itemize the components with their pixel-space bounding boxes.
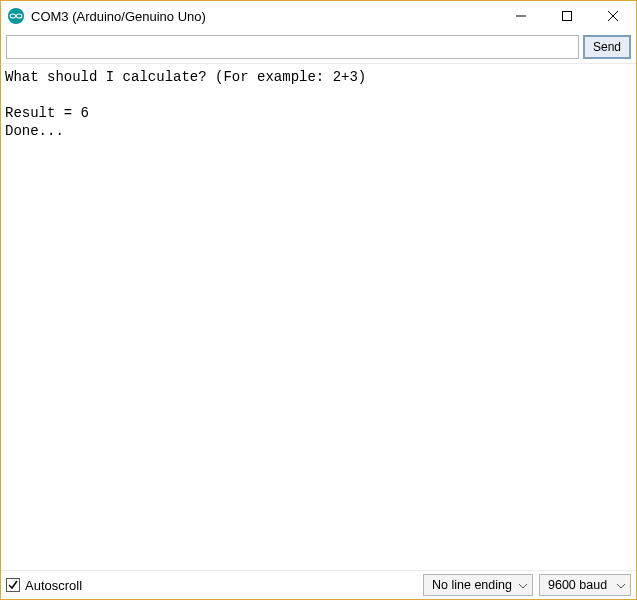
minimize-button[interactable] (498, 1, 544, 31)
serial-input[interactable] (6, 35, 579, 59)
close-button[interactable] (590, 1, 636, 31)
maximize-button[interactable] (544, 1, 590, 31)
autoscroll-label: Autoscroll (25, 578, 82, 593)
chevron-down-icon (518, 580, 528, 590)
checkbox-icon (6, 578, 20, 592)
window-title: COM3 (Arduino/Genuino Uno) (31, 9, 498, 24)
serial-monitor-window: COM3 (Arduino/Genuino Uno) Send What sho… (0, 0, 637, 600)
svg-rect-2 (563, 12, 572, 21)
autoscroll-toggle[interactable]: Autoscroll (6, 578, 82, 593)
send-button[interactable]: Send (583, 35, 631, 59)
titlebar: COM3 (Arduino/Genuino Uno) (1, 1, 636, 31)
input-row: Send (1, 31, 636, 64)
serial-output[interactable]: What should I calculate? (For example: 2… (1, 64, 636, 571)
baud-rate-value: 9600 baud (548, 578, 610, 592)
baud-rate-select[interactable]: 9600 baud (539, 574, 631, 596)
footer: Autoscroll No line ending 9600 baud (1, 571, 636, 599)
line-ending-select[interactable]: No line ending (423, 574, 533, 596)
line-ending-value: No line ending (432, 578, 512, 592)
chevron-down-icon (616, 580, 626, 590)
arduino-icon (7, 7, 25, 25)
window-controls (498, 1, 636, 31)
